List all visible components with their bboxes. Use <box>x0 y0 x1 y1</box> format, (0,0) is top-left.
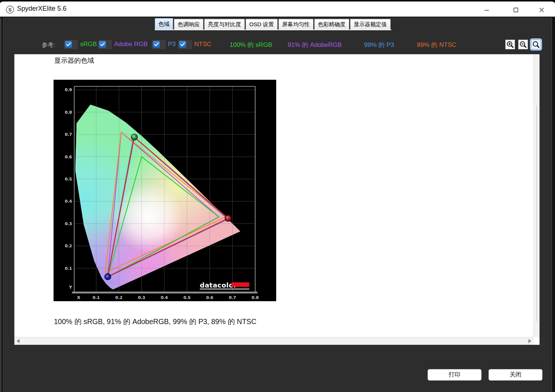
checkbox-label-srgb: sRGB <box>80 41 97 48</box>
svg-text:0.8: 0.8 <box>251 295 259 300</box>
close-button[interactable] <box>533 4 550 16</box>
zoom-out-icon <box>519 41 527 49</box>
check-icon <box>180 42 185 47</box>
checkbox-chip-p3 <box>152 40 166 49</box>
zoom-fit-button[interactable] <box>531 39 541 49</box>
minimize-icon <box>484 7 489 13</box>
title-bar: S SpyderXElite 5.6 <box>0 0 555 17</box>
scroll-left-icon <box>17 339 20 343</box>
tab-display-ratings[interactable]: 显示器额定值 <box>350 19 391 30</box>
checkbox-ntsc[interactable] <box>179 41 186 48</box>
coverage-ntsc: 89% 的 NTSC <box>417 41 456 49</box>
svg-text:Y: Y <box>69 285 72 290</box>
print-button[interactable]: 打印 <box>428 369 482 381</box>
check-icon <box>100 42 105 47</box>
svg-text:0.1: 0.1 <box>65 266 72 271</box>
application-window: S SpyderXElite 5.6 色域色调响应亮度与对比度OSD 设置屏幕均… <box>0 0 555 392</box>
close-dialog-button[interactable]: 关闭 <box>489 369 542 381</box>
tab-color-accuracy[interactable]: 色彩精确度 <box>314 19 349 30</box>
checkbox-srgb[interactable] <box>65 41 72 48</box>
svg-text:X: X <box>77 295 80 300</box>
scrollbar-corner <box>534 337 539 345</box>
window-edge <box>0 18 1 392</box>
reference-label: 参考: <box>42 41 55 49</box>
coverage-summary: 100% 的 sRGB, 91% 的 AdobeRGB, 99% 的 P3, 8… <box>54 317 256 327</box>
cie-chromaticity-diagram: 0.10.20.30.40.50.60.70.80.9Y0.10.20.30.4… <box>54 80 276 301</box>
page-title: 显示器的色域 <box>54 56 94 65</box>
close-icon <box>539 7 544 13</box>
maximize-icon <box>513 7 518 13</box>
scroll-left-button[interactable] <box>14 337 22 345</box>
svg-text:0.4: 0.4 <box>161 295 168 300</box>
window-title: SpyderXElite 5.6 <box>17 5 66 13</box>
maximize-button[interactable] <box>507 4 524 16</box>
checkbox-chip-adobe-rgb <box>98 40 112 49</box>
svg-text:0.2: 0.2 <box>115 295 123 300</box>
zoom-out-button[interactable] <box>518 39 528 49</box>
main-dialog: 色域色调响应亮度与对比度OSD 设置屏幕均匀性色彩精确度显示器额定值 参考: s… <box>3 18 552 392</box>
svg-text:0.7: 0.7 <box>65 132 72 137</box>
app-logo-icon: S <box>6 6 14 14</box>
coverage-p3: 99% 的 P3 <box>364 41 394 49</box>
zoom-in-button[interactable] <box>505 39 515 49</box>
vertical-scrollbar-thumb[interactable] <box>537 105 537 321</box>
marker-green-primary <box>131 134 138 140</box>
svg-text:0.8: 0.8 <box>65 110 72 115</box>
marker-blue-primary <box>105 274 111 280</box>
tab-brightness-contrast[interactable]: 亮度与对比度 <box>204 19 245 30</box>
gamut-chart: 0.10.20.30.40.50.60.70.80.9Y0.10.20.30.4… <box>54 80 276 301</box>
svg-text:0.2: 0.2 <box>65 244 72 248</box>
checkbox-label-p3: P3 <box>168 41 176 48</box>
content-panel: 显示器的色域 0.10.20.30.40.50.60.70.80.9Y0.10.… <box>14 54 540 345</box>
svg-text:0.6: 0.6 <box>65 155 72 159</box>
minimize-button[interactable] <box>478 4 495 16</box>
svg-text:0.7: 0.7 <box>229 295 236 300</box>
zoom-in-icon <box>506 41 514 49</box>
checkbox-label-ntsc: NTSC <box>194 41 211 48</box>
svg-text:0.1: 0.1 <box>93 295 100 300</box>
checkbox-p3[interactable] <box>153 41 160 48</box>
svg-text:0.3: 0.3 <box>138 295 145 300</box>
svg-text:datacolor: datacolor <box>200 281 237 289</box>
svg-text:0.6: 0.6 <box>206 295 213 300</box>
check-icon <box>154 42 159 47</box>
marker-red-primary <box>225 215 232 221</box>
horizontal-scrollbar[interactable] <box>14 337 534 345</box>
tab-gamut[interactable]: 色域 <box>155 18 173 30</box>
svg-text:0.5: 0.5 <box>184 295 191 300</box>
tab-strip: 色域色调响应亮度与对比度OSD 设置屏幕均匀性色彩精确度显示器额定值 <box>155 18 391 30</box>
checkbox-adobe-rgb[interactable] <box>99 41 106 48</box>
check-icon <box>66 42 71 47</box>
reference-row: 参考: sRGBAdobe RGBP3NTSC 100% 的 sRGB91% 的… <box>3 37 552 52</box>
tab-tone-response[interactable]: 色调响应 <box>174 19 203 30</box>
checkbox-chip-ntsc <box>178 40 192 49</box>
svg-text:0.3: 0.3 <box>65 221 72 226</box>
checkbox-label-adobe-rgb: Adobe RGB <box>114 41 148 48</box>
svg-text:0.4: 0.4 <box>65 199 72 204</box>
tab-osd-settings[interactable]: OSD 设置 <box>246 19 278 30</box>
zoom-fit-icon <box>532 41 540 49</box>
tab-screen-uniformity[interactable]: 屏幕均匀性 <box>278 19 314 30</box>
vertical-scrollbar[interactable] <box>534 54 539 337</box>
checkbox-chip-srgb <box>64 40 78 49</box>
scroll-right-button[interactable] <box>526 337 534 345</box>
svg-text:0.5: 0.5 <box>65 177 72 182</box>
coverage-srgb: 100% 的 sRGB <box>230 41 272 49</box>
coverage-adobergb: 91% 的 AdobeRGB <box>288 41 342 49</box>
scroll-right-icon <box>528 339 531 343</box>
svg-text:0.9: 0.9 <box>65 87 72 92</box>
